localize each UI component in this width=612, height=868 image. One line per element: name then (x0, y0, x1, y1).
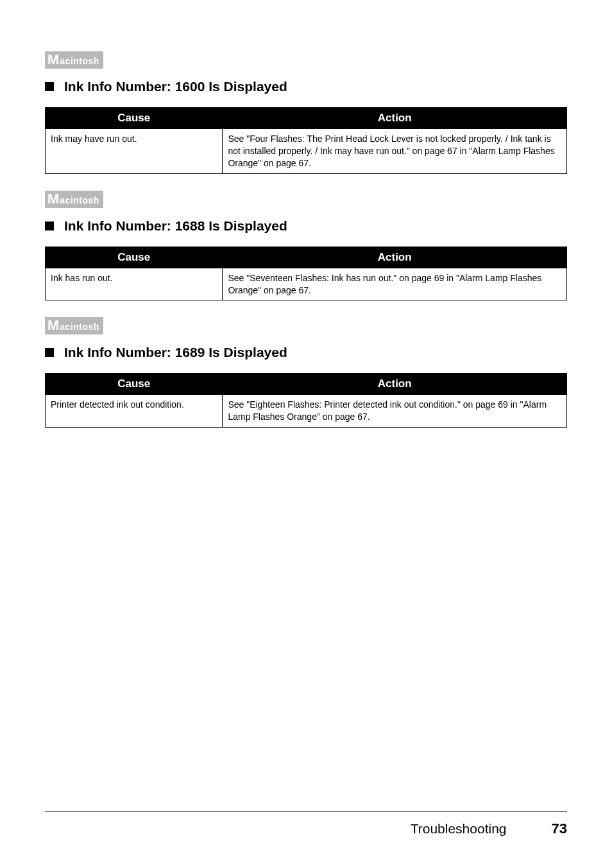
os-badge-big-letter: M (47, 192, 59, 206)
col-header-cause: Cause (46, 374, 223, 395)
table-header-row: Cause Action (46, 108, 567, 129)
table-row: Printer detected ink out condition. See … (46, 395, 567, 428)
heading-text: Ink Info Number: 1688 Is Displayed (64, 218, 287, 234)
action-cell: See "Eighteen Flashes: Printer detected … (223, 395, 567, 428)
table-header-row: Cause Action (46, 247, 567, 268)
os-badge-rest: acintosh (60, 195, 99, 205)
section-heading: Ink Info Number: 1688 Is Displayed (45, 218, 567, 234)
os-badge-big-letter: M (47, 53, 59, 67)
section-heading: Ink Info Number: 1600 Is Displayed (45, 79, 567, 94)
action-cell: See "Seventeen Flashes: Ink has run out.… (223, 268, 567, 300)
cause-cell: Ink may have run out. (46, 129, 223, 174)
info-table: Cause Action Ink may have run out. See "… (45, 107, 567, 174)
table-row: Ink may have run out. See "Four Flashes:… (46, 129, 567, 174)
footer-page-number: 73 (552, 820, 567, 837)
heading-text: Ink Info Number: 1600 Is Displayed (64, 79, 287, 94)
square-bullet-icon (45, 82, 54, 91)
os-badge-macintosh: M acintosh (45, 191, 103, 208)
col-header-action: Action (223, 108, 567, 129)
col-header-cause: Cause (46, 247, 223, 268)
table-header-row: Cause Action (46, 374, 567, 395)
col-header-cause: Cause (46, 108, 223, 129)
action-cell: See "Four Flashes: The Print Head Lock L… (223, 129, 567, 174)
footer-section-title: Troubleshooting (411, 821, 507, 837)
table-row: Ink has run out. See "Seventeen Flashes:… (46, 268, 567, 300)
heading-text: Ink Info Number: 1689 Is Displayed (64, 345, 287, 360)
cause-cell: Printer detected ink out condition. (46, 395, 223, 428)
os-badge-rest: acintosh (60, 322, 99, 332)
square-bullet-icon (45, 221, 54, 230)
info-table: Cause Action Ink has run out. See "Seven… (45, 247, 567, 301)
square-bullet-icon (45, 348, 54, 357)
info-table: Cause Action Printer detected ink out co… (45, 373, 567, 428)
os-badge-macintosh: M acintosh (45, 317, 103, 334)
os-badge-big-letter: M (47, 318, 59, 333)
col-header-action: Action (223, 247, 567, 268)
section-heading: Ink Info Number: 1689 Is Displayed (45, 345, 567, 360)
os-badge-macintosh: M acintosh (45, 51, 103, 69)
os-badge-rest: acintosh (60, 56, 99, 66)
page-footer: Troubleshooting 73 (45, 811, 567, 837)
cause-cell: Ink has run out. (46, 268, 223, 300)
col-header-action: Action (223, 374, 567, 395)
